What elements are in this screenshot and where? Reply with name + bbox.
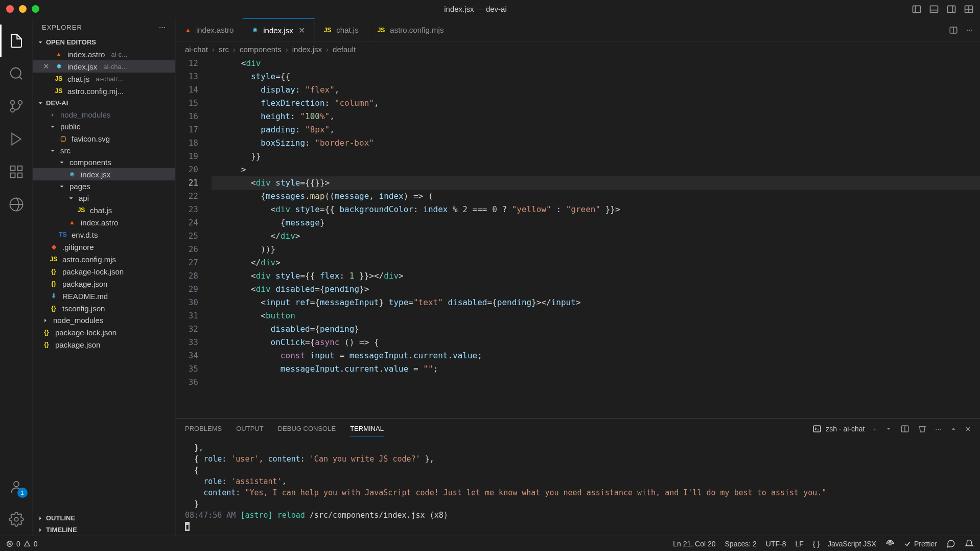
activity-edge[interactable] [0, 188, 33, 221]
tree-item-label: package.json [55, 340, 100, 349]
tree-item[interactable]: ▢favicon.svg [33, 132, 175, 145]
terminal-output[interactable]: }, { role: 'user', content: 'Can you wri… [176, 439, 980, 536]
breadcrumbs[interactable]: ai-chat›src›components›index.jsx›default [176, 42, 980, 57]
file-name: astro.config.mj... [67, 87, 124, 96]
more-actions-icon[interactable]: ⋯ [966, 26, 973, 34]
editor-tab[interactable]: JSastro.config.mjs [368, 18, 454, 41]
close-editor-icon[interactable]: ✕ [42, 62, 50, 71]
status-live-icon[interactable] [885, 539, 895, 548]
tree-item-label: api [79, 194, 89, 202]
tree-item[interactable]: JSastro.config.mjs [33, 253, 175, 265]
tree-item[interactable]: {}tsconfig.json [33, 302, 175, 314]
panel-tab[interactable]: PROBLEMS [185, 421, 222, 437]
breadcrumb-item[interactable]: default [333, 45, 356, 54]
editor-tab[interactable]: ⚛index.jsx✕ [243, 18, 314, 41]
maximize-panel-icon[interactable] [950, 425, 957, 432]
breadcrumb-item[interactable]: src [219, 45, 229, 54]
status-encoding[interactable]: UTF-8 [766, 540, 786, 548]
tree-item[interactable]: node_modules [33, 109, 175, 121]
status-spaces[interactable]: Spaces: 2 [725, 540, 757, 548]
tree-item[interactable]: node_modules [33, 314, 175, 326]
split-terminal-icon[interactable] [900, 424, 909, 433]
tree-item[interactable]: {}package-lock.json [33, 326, 175, 338]
tree-item[interactable]: TSenv.d.ts [33, 228, 175, 241]
close-tab-icon[interactable]: ✕ [298, 26, 305, 35]
tree-item[interactable]: {}package.json [33, 278, 175, 290]
section-timeline[interactable]: TIMELINE [33, 524, 175, 536]
tree-item-label: src [60, 146, 71, 155]
breadcrumb-item[interactable]: components [240, 45, 282, 54]
panel-tab[interactable]: OUTPUT [236, 421, 263, 437]
section-outline[interactable]: OUTLINE [33, 512, 175, 524]
minimize-window-button[interactable] [19, 5, 27, 13]
activity-settings[interactable] [0, 503, 33, 536]
activity-search[interactable] [0, 57, 33, 90]
tree-item[interactable]: components [33, 156, 175, 168]
svg-point-13 [18, 101, 22, 105]
panel-more-icon[interactable]: ⋯ [935, 425, 942, 433]
close-window-button[interactable] [6, 5, 14, 13]
tree-item[interactable]: ⬇README.md [33, 290, 175, 302]
tree-item[interactable]: {}package-lock.json [33, 265, 175, 278]
warning-icon [24, 540, 31, 547]
svg-rect-2 [930, 6, 938, 12]
tab-label: index.jsx [263, 26, 293, 35]
status-feedback-icon[interactable] [946, 539, 955, 548]
open-editor-item[interactable]: JSchat.jsai-chat/... [33, 73, 175, 85]
toggle-sidebar-left-icon[interactable] [912, 4, 922, 14]
tree-item[interactable]: public [33, 121, 175, 132]
svg-rect-24 [813, 426, 821, 432]
tree-item[interactable]: ◆.gitignore [33, 241, 175, 253]
status-prettier[interactable]: Prettier [904, 540, 937, 548]
status-language[interactable]: { } JavaScript JSX [813, 540, 876, 548]
open-editor-item[interactable]: ▲index.astroai-c... [33, 48, 175, 60]
code-content[interactable]: <div style={{ display: "flex", flexDirec… [212, 57, 980, 418]
svg-point-31 [889, 542, 892, 545]
section-project[interactable]: DEV-AI [33, 97, 175, 109]
sidebar-more-icon[interactable]: ⋯ [159, 24, 166, 31]
tree-item[interactable]: JSchat.js [33, 204, 175, 216]
activity-source-control[interactable] [0, 90, 33, 123]
status-eol[interactable]: LF [795, 540, 803, 548]
tree-item[interactable]: ⚛index.jsx [33, 168, 175, 180]
code-editor[interactable]: 1213141516171819202122232425262728293031… [176, 57, 980, 418]
gear-icon [9, 512, 24, 527]
svg-rect-15 [10, 166, 15, 171]
activity-debug[interactable] [0, 123, 33, 155]
tree-item[interactable]: ▲index.astro [33, 216, 175, 228]
toggle-sidebar-right-icon[interactable] [946, 4, 956, 14]
tree-item[interactable]: {}package.json [33, 338, 175, 351]
status-errors[interactable]: 0 0 [6, 540, 38, 548]
panel-tab[interactable]: TERMINAL [350, 421, 384, 437]
activity-extensions[interactable] [0, 155, 33, 188]
breadcrumb-item[interactable]: index.jsx [292, 45, 322, 54]
tree-item[interactable]: pages [33, 180, 175, 192]
maximize-window-button[interactable] [32, 5, 39, 13]
new-terminal-icon[interactable]: + [873, 425, 877, 433]
svg-point-11 [10, 101, 14, 105]
editor-tab[interactable]: JSchat.js [315, 18, 368, 41]
terminal-dropdown-icon[interactable] [885, 425, 892, 432]
split-editor-icon[interactable] [949, 26, 958, 35]
panel-tab[interactable]: DEBUG CONSOLE [278, 421, 336, 437]
tree-item[interactable]: src [33, 145, 175, 156]
trash-icon[interactable] [918, 424, 927, 433]
status-bell-icon[interactable] [965, 539, 974, 548]
open-editor-item[interactable]: ✕⚛index.jsxai-cha... [33, 60, 175, 73]
svg-rect-16 [17, 166, 22, 171]
breadcrumb-item[interactable]: ai-chat [185, 45, 208, 54]
status-cursor[interactable]: Ln 21, Col 20 [673, 540, 715, 548]
terminal-selector[interactable]: zsh - ai-chat [812, 424, 865, 433]
open-editor-item[interactable]: JSastro.config.mj... [33, 85, 175, 97]
layout-grid-icon[interactable] [964, 4, 974, 14]
activity-explorer[interactable] [0, 25, 33, 57]
editor-tab[interactable]: ▲index.astro [176, 18, 243, 41]
section-open-editors[interactable]: OPEN EDITORS [33, 36, 175, 48]
activity-bar: 1 [0, 18, 33, 536]
tree-item-label: index.astro [81, 218, 118, 227]
close-panel-icon[interactable]: ✕ [965, 425, 971, 433]
toggle-panel-icon[interactable] [929, 4, 939, 14]
activity-account[interactable]: 1 [0, 470, 33, 503]
svg-rect-4 [948, 6, 955, 12]
tree-item[interactable]: api [33, 192, 175, 204]
